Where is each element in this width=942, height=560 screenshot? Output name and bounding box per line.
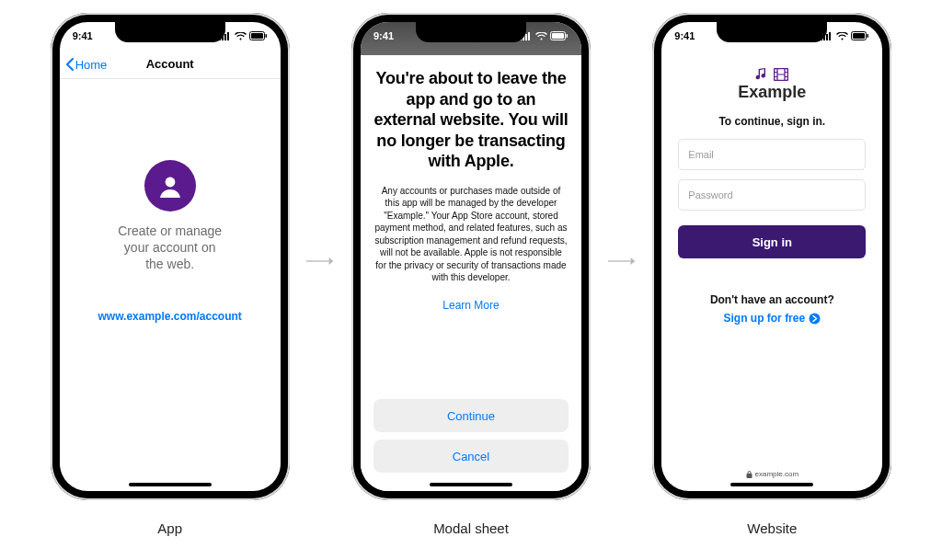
home-indicator[interactable]: [129, 483, 212, 486]
flow-arrow: [306, 13, 334, 509]
notch: [416, 22, 526, 42]
nav-bar: Home Account: [60, 50, 281, 79]
address-bar[interactable]: example.com: [661, 470, 882, 478]
phone-frame-website: 9:41 Example To continue, sign in.: [652, 13, 891, 500]
svg-rect-5: [251, 33, 263, 39]
svg-point-7: [165, 177, 175, 188]
svg-rect-14: [552, 33, 564, 39]
brand-logo: [755, 68, 788, 81]
svg-rect-11: [525, 34, 527, 40]
svg-rect-22: [853, 33, 865, 39]
caption-website: Website: [747, 520, 797, 536]
caption-app: App: [157, 520, 182, 536]
svg-rect-23: [867, 34, 869, 38]
lock-icon: [746, 471, 752, 478]
flow-arrow: [608, 13, 636, 509]
password-field[interactable]: Password: [678, 179, 866, 211]
account-link[interactable]: www.example.com/account: [98, 310, 242, 323]
music-note-icon: [755, 68, 768, 81]
domain-text: example.com: [755, 470, 799, 478]
signin-subtitle: To continue, sign in.: [718, 115, 825, 128]
email-field[interactable]: Email: [678, 139, 866, 170]
svg-rect-3: [227, 32, 229, 40]
film-icon: [774, 68, 788, 81]
brand-name: Example: [738, 83, 806, 102]
email-placeholder: Email: [688, 149, 714, 160]
svg-point-32: [810, 313, 821, 324]
avatar-icon: [144, 160, 196, 211]
modal-sheet: You're about to leave the app and go to …: [361, 55, 581, 491]
svg-rect-2: [224, 34, 226, 40]
page-title: Account: [146, 57, 194, 71]
status-indicators: [821, 31, 869, 40]
svg-rect-33: [746, 474, 752, 478]
svg-rect-15: [566, 34, 568, 38]
status-time: 9:41: [373, 30, 394, 41]
person-icon: [156, 172, 184, 200]
svg-rect-6: [265, 34, 267, 38]
learn-more-link[interactable]: Learn More: [373, 299, 569, 312]
svg-rect-12: [528, 32, 530, 40]
password-placeholder: Password: [688, 189, 732, 200]
status-indicators: [219, 31, 268, 40]
account-instruction: Create or manage your account on the web…: [118, 223, 222, 273]
status-time: 9:41: [73, 30, 93, 41]
home-indicator[interactable]: [430, 483, 512, 486]
signup-link[interactable]: Sign up for free: [723, 312, 821, 325]
caption-modal: Modal sheet: [433, 520, 509, 536]
svg-rect-19: [826, 34, 828, 40]
no-account-text: Don't have an account?: [710, 293, 834, 306]
signin-button[interactable]: Sign in: [678, 225, 866, 258]
modal-body: Any accounts or purchases made outside o…: [373, 185, 569, 284]
svg-rect-20: [829, 32, 831, 40]
status-time: 9:41: [674, 30, 695, 41]
modal-title: You're about to leave the app and go to …: [373, 68, 569, 172]
continue-button[interactable]: Continue: [373, 399, 569, 432]
notch: [115, 22, 225, 42]
phone-frame-modal: 9:41 You're about to leave the app and g…: [351, 13, 591, 500]
arrow-right-circle-icon: [809, 313, 821, 325]
notch: [717, 22, 827, 42]
home-indicator[interactable]: [730, 483, 813, 486]
back-button[interactable]: Home: [65, 50, 108, 79]
back-label: Home: [75, 58, 108, 72]
status-indicators: [520, 31, 569, 40]
cancel-button[interactable]: Cancel: [373, 440, 569, 473]
phone-frame-app: 9:41 Home Account: [51, 13, 290, 500]
chevron-left-icon: [65, 58, 74, 71]
